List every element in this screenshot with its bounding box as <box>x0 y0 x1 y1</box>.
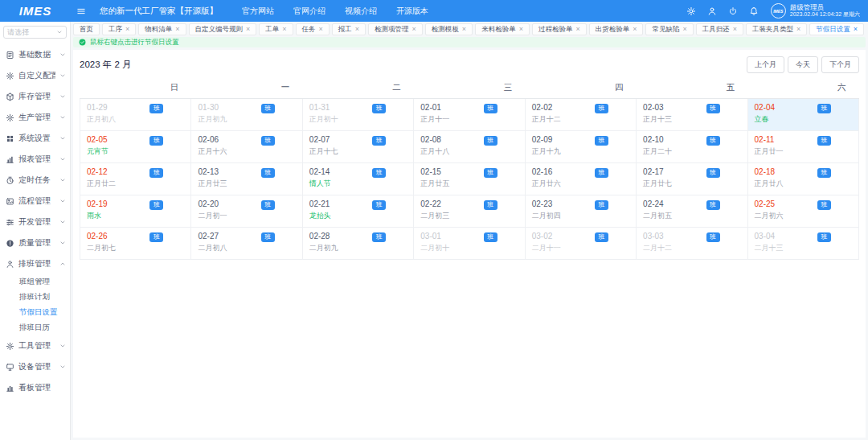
sidebar-item-8[interactable]: 开发管理 <box>0 212 70 232</box>
sidebar-subitem-10-1[interactable]: 排班计划 <box>0 290 70 305</box>
calendar-cell-02-14[interactable]: 02-14情人节班 <box>302 163 413 195</box>
calendar-cell-02-24[interactable]: 02-24二月初五班 <box>637 195 747 228</box>
work-shift-badge[interactable]: 班 <box>372 232 386 242</box>
bell-icon[interactable] <box>749 6 759 16</box>
close-icon[interactable]: × <box>175 26 179 33</box>
calendar-cell-02-15[interactable]: 02-15正月廿五班 <box>414 163 525 195</box>
close-icon[interactable]: × <box>412 26 416 33</box>
work-shift-badge[interactable]: 班 <box>484 200 497 210</box>
work-shift-badge[interactable]: 班 <box>261 232 275 242</box>
work-shift-badge[interactable]: 班 <box>372 136 386 146</box>
tab-4[interactable]: 工单× <box>259 23 293 35</box>
calendar-cell-03-03[interactable]: 03-03二月十二班 <box>637 228 747 260</box>
topbar-link-1[interactable]: 官网介绍 <box>293 6 326 17</box>
sidebar-subitem-10-0[interactable]: 班组管理 <box>0 274 70 290</box>
work-shift-badge[interactable]: 班 <box>817 168 831 178</box>
work-shift-badge[interactable]: 班 <box>595 200 608 210</box>
calendar-cell-01-31[interactable]: 01-31正月初十班 <box>302 99 413 131</box>
work-shift-badge[interactable]: 班 <box>595 104 608 113</box>
work-shift-badge[interactable]: 班 <box>261 104 275 113</box>
tab-12[interactable]: 常见缺陷× <box>645 23 693 35</box>
close-icon[interactable]: × <box>519 26 523 33</box>
calendar-cell-02-19[interactable]: 02-19雨水班 <box>80 195 191 228</box>
calendar-cell-03-02[interactable]: 03-02二月十一班 <box>525 228 636 260</box>
calendar-cell-01-30[interactable]: 01-30正月初九班 <box>191 99 302 131</box>
close-icon[interactable]: × <box>125 26 129 33</box>
calendar-cell-02-18[interactable]: 02-18正月廿八班 <box>747 163 858 195</box>
close-icon[interactable]: × <box>682 26 686 33</box>
calendar-cell-02-04[interactable]: 02-04立春班 <box>747 99 858 131</box>
work-shift-badge[interactable]: 班 <box>372 104 386 113</box>
work-shift-badge[interactable]: 班 <box>261 168 275 178</box>
calendar-cell-02-02[interactable]: 02-02正月十二班 <box>525 99 636 131</box>
calendar-cell-02-11[interactable]: 02-11正月廿一班 <box>747 131 858 163</box>
work-shift-badge[interactable]: 班 <box>484 136 497 146</box>
work-shift-badge[interactable]: 班 <box>149 232 163 242</box>
close-icon[interactable]: × <box>796 26 800 33</box>
close-icon[interactable]: × <box>854 26 858 33</box>
tab-8[interactable]: 检测模板× <box>425 23 473 35</box>
calendar-cell-02-28[interactable]: 02-28二月初九班 <box>302 228 413 260</box>
work-shift-badge[interactable]: 班 <box>595 168 608 178</box>
close-icon[interactable]: × <box>733 26 737 33</box>
work-shift-badge[interactable]: 班 <box>817 136 831 146</box>
calendar-cell-02-16[interactable]: 02-16正月廿六班 <box>525 163 636 195</box>
calendar-cell-02-10[interactable]: 02-10正月二十班 <box>637 131 747 163</box>
topbar-link-3[interactable]: 开源版本 <box>396 6 428 17</box>
calendar-cell-02-27[interactable]: 02-27二月初八班 <box>191 228 302 260</box>
calendar-cell-02-03[interactable]: 02-03正月十三班 <box>637 99 747 131</box>
tab-7[interactable]: 检测项管理× <box>368 23 423 35</box>
calendar-cell-01-29[interactable]: 01-29正月初八班 <box>80 99 191 131</box>
sidebar-item-13[interactable]: 看板管理 <box>0 377 70 398</box>
calendar-nav-button-2[interactable]: 下个月 <box>821 56 859 73</box>
work-shift-badge[interactable]: 班 <box>706 232 720 242</box>
hamburger-icon[interactable] <box>76 6 86 16</box>
sidebar-search-select[interactable]: 请选择 <box>3 26 67 39</box>
power-icon[interactable] <box>728 6 738 16</box>
calendar-cell-02-01[interactable]: 02-01正月十一班 <box>414 99 525 131</box>
work-shift-badge[interactable]: 班 <box>706 200 720 210</box>
work-shift-badge[interactable]: 班 <box>706 136 720 146</box>
work-shift-badge[interactable]: 班 <box>706 104 720 113</box>
calendar-cell-02-23[interactable]: 02-23二月初四班 <box>525 195 636 228</box>
work-shift-badge[interactable]: 班 <box>372 168 386 178</box>
calendar-cell-02-07[interactable]: 02-07正月十七班 <box>302 131 413 163</box>
gear-icon[interactable] <box>686 6 696 16</box>
calendar-cell-02-12[interactable]: 02-12正月廿二班 <box>80 163 191 195</box>
work-shift-badge[interactable]: 班 <box>817 200 831 210</box>
sidebar-item-0[interactable]: 基础数据 <box>0 44 70 65</box>
sidebar-item-2[interactable]: 库存管理 <box>0 86 70 107</box>
work-shift-badge[interactable]: 班 <box>817 104 831 113</box>
calendar-cell-02-25[interactable]: 02-25二月初六班 <box>747 195 858 228</box>
tab-6[interactable]: 报工× <box>332 23 366 35</box>
tab-3[interactable]: 自定义编号规则× <box>189 23 257 35</box>
calendar-cell-02-20[interactable]: 02-20二月初一班 <box>191 195 302 228</box>
avatar[interactable]: IMES <box>771 3 786 19</box>
tab-9[interactable]: 来料检验单× <box>475 23 530 35</box>
sidebar-subitem-10-3[interactable]: 排班日历 <box>0 320 70 335</box>
close-icon[interactable]: × <box>282 26 286 33</box>
tab-14[interactable]: 工装夹具类型× <box>746 23 807 35</box>
work-shift-badge[interactable]: 班 <box>595 136 608 146</box>
work-shift-badge[interactable]: 班 <box>261 136 275 146</box>
tab-5[interactable]: 任务× <box>296 23 330 35</box>
user-block[interactable]: 超级管理员 2023.02.04 12:04:32 星期六 <box>790 3 860 19</box>
topbar-link-2[interactable]: 视频介绍 <box>345 6 377 17</box>
tab-2[interactable]: 物料清单× <box>138 23 186 35</box>
close-icon[interactable]: × <box>246 26 250 33</box>
work-shift-badge[interactable]: 班 <box>149 104 163 113</box>
calendar-cell-02-26[interactable]: 02-26二月初七班 <box>80 228 191 260</box>
calendar-cell-02-17[interactable]: 02-17正月廿七班 <box>637 163 747 195</box>
sidebar-item-3[interactable]: 生产管理 <box>0 107 70 128</box>
sidebar-item-7[interactable]: 流程管理 <box>0 191 70 212</box>
close-icon[interactable]: × <box>462 26 466 33</box>
work-shift-badge[interactable]: 班 <box>706 168 720 178</box>
work-shift-badge[interactable]: 班 <box>261 200 275 210</box>
calendar-cell-02-13[interactable]: 02-13正月廿三班 <box>191 163 302 195</box>
sidebar-item-10[interactable]: 排班管理 <box>0 253 70 274</box>
calendar-cell-02-06[interactable]: 02-06正月十六班 <box>191 131 302 163</box>
tab-1[interactable]: 工序× <box>102 23 136 35</box>
work-shift-badge[interactable]: 班 <box>484 232 497 242</box>
close-icon[interactable]: × <box>633 26 637 33</box>
tab-0[interactable]: 首页 <box>73 23 100 35</box>
